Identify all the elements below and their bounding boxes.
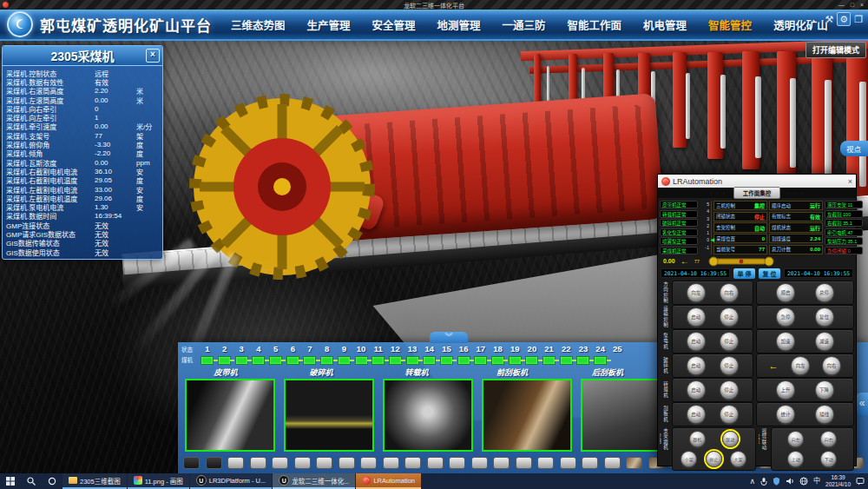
taskbar-task[interactable]: U龙软二三维一体化... xyxy=(273,473,355,489)
mini-thumbnail[interactable] xyxy=(206,457,222,469)
启动-button[interactable]: 启动 xyxy=(687,405,706,424)
mini-thumbnail[interactable] xyxy=(427,457,444,469)
taskbar-task[interactable]: 2305三维截图 xyxy=(62,473,127,489)
camera-feed[interactable] xyxy=(284,379,374,452)
mini-thumbnail[interactable] xyxy=(339,457,355,469)
小架-button[interactable]: 小架 xyxy=(681,451,697,467)
nav-item-机电管理[interactable]: 机电管理 xyxy=(643,17,687,33)
向右-button[interactable]: 向右 xyxy=(822,356,841,375)
描线-button[interactable]: 描线 xyxy=(815,405,834,424)
camera-feed[interactable] xyxy=(482,379,572,452)
总停-button[interactable]: 总停 xyxy=(815,283,834,302)
nav-item-安全管理[interactable]: 安全管理 xyxy=(372,17,416,33)
minimize-icon[interactable]: — xyxy=(838,2,845,8)
gear-icon[interactable]: ⚙ xyxy=(837,12,851,26)
close-icon[interactable]: × xyxy=(146,49,160,63)
mini-thumbnail[interactable] xyxy=(272,457,288,469)
顺启-button[interactable]: 顺启 xyxy=(776,283,795,302)
support-number: 6 xyxy=(284,344,301,354)
启动-button[interactable]: 启动 xyxy=(687,332,706,351)
mini-thumbnail[interactable] xyxy=(560,457,576,469)
nav-item-透明化矿山[interactable]: 透明化矿山 xyxy=(773,17,828,33)
mini-thumbnail[interactable] xyxy=(449,457,465,469)
向左-button[interactable]: 向左 xyxy=(687,283,706,302)
mini-thumbnail[interactable] xyxy=(582,457,598,469)
mini-thumbnail[interactable] xyxy=(604,457,621,469)
single-stop-button[interactable]: 单 停 xyxy=(733,268,755,279)
启动-button[interactable]: 启动 xyxy=(687,380,706,400)
联动-button[interactable]: 联动 xyxy=(722,431,739,447)
mini-thumbnail[interactable] xyxy=(294,457,311,469)
start-button[interactable] xyxy=(0,473,21,489)
停止-button[interactable]: 停止 xyxy=(720,380,739,400)
taskbar-task[interactable]: ULR3DPlatform - U... xyxy=(190,473,272,489)
reset-button[interactable]: 复 位 xyxy=(759,268,780,279)
大架-button[interactable]: 大架 xyxy=(730,451,746,467)
mini-thumbnail[interactable] xyxy=(516,457,532,469)
上动-button[interactable]: 上动 xyxy=(787,451,804,467)
停止-button[interactable]: 停止 xyxy=(720,356,739,375)
上升-button[interactable]: 上升 xyxy=(776,380,795,400)
向右-button[interactable]: 向右 xyxy=(820,431,837,447)
collapse-handle-icon[interactable]: « xyxy=(856,393,868,415)
tab-workface-control[interactable]: 工作面集控 xyxy=(733,187,781,199)
停止-button[interactable]: 停止 xyxy=(720,405,739,424)
table-row: 采煤机.左截割电机温度29.06度 xyxy=(6,194,162,202)
network-globe-icon[interactable] xyxy=(799,477,808,486)
下动-button[interactable]: 下动 xyxy=(820,451,837,467)
close-icon[interactable]: × xyxy=(860,2,864,8)
mini-thumbnail[interactable] xyxy=(404,457,421,469)
下降-button[interactable]: 下降 xyxy=(815,380,834,400)
chevron-down-icon[interactable]: ︾ xyxy=(430,332,468,343)
mini-thumbnail[interactable] xyxy=(227,457,244,469)
ime-indicator[interactable]: 中 xyxy=(813,478,820,485)
启动-button[interactable]: 启动 xyxy=(687,356,706,375)
mini-thumbnail[interactable] xyxy=(316,457,332,469)
mini-thumbnail[interactable] xyxy=(383,457,399,469)
nav-item-智能管控[interactable]: 智能管控 xyxy=(708,17,752,33)
mini-thumbnail[interactable] xyxy=(493,457,510,469)
clock[interactable]: 16:39 2021/4/10 xyxy=(825,474,851,488)
nav-item-地测管理[interactable]: 地测管理 xyxy=(437,17,481,33)
speaker-icon[interactable] xyxy=(786,477,794,486)
停止-button[interactable]: 停止 xyxy=(720,307,739,327)
defender-shield-icon[interactable] xyxy=(773,477,780,486)
mini-thumbnail[interactable] xyxy=(471,457,488,469)
向左-button[interactable]: 向左 xyxy=(787,431,804,447)
taskbar-task[interactable]: ◠LRAutomation xyxy=(356,473,421,489)
跟机-button[interactable]: 跟机 xyxy=(689,431,706,447)
wrench-icon[interactable]: ⚒ xyxy=(825,13,833,25)
camera-feed[interactable] xyxy=(185,379,275,452)
usb-icon[interactable] xyxy=(760,477,767,486)
nav-item-智能工作面[interactable]: 智能工作面 xyxy=(568,17,622,33)
向右-button[interactable]: 向右 xyxy=(720,283,739,302)
统计-button[interactable]: 统计 xyxy=(776,405,795,424)
向左-button[interactable]: 向左 xyxy=(791,356,810,375)
open-edit-mode-button[interactable]: 打开编辑模式 xyxy=(806,42,866,58)
camera-feed[interactable] xyxy=(383,379,473,452)
close-icon[interactable]: × xyxy=(848,177,852,186)
mini-thumbnail[interactable] xyxy=(626,457,642,469)
启动-button[interactable]: 启动 xyxy=(687,307,706,327)
减速-button[interactable]: 减速 xyxy=(815,332,834,351)
maximize-icon[interactable]: □ xyxy=(851,2,854,8)
nav-item-三维态势图[interactable]: 三维态势图 xyxy=(231,17,286,33)
mini-thumbnail[interactable] xyxy=(183,457,200,469)
taskbar-task[interactable]: 11.png - 画图 xyxy=(128,473,189,489)
mini-thumbnail[interactable] xyxy=(360,457,377,469)
加速-button[interactable]: 加速 xyxy=(776,332,795,351)
nav-item-生产管理[interactable]: 生产管理 xyxy=(307,17,351,33)
notification-center-icon[interactable] xyxy=(856,477,865,486)
复位-button[interactable]: 复位 xyxy=(815,307,834,327)
急停-button[interactable]: 急停 xyxy=(776,307,795,327)
cortana-icon[interactable] xyxy=(42,473,62,489)
nav-item-一通三防[interactable]: 一通三防 xyxy=(503,17,546,33)
停止-button[interactable]: 停止 xyxy=(706,451,722,467)
search-icon[interactable] xyxy=(21,473,42,489)
停止-button[interactable]: 停止 xyxy=(720,332,739,351)
tray-expand-icon[interactable]: ∧ xyxy=(749,478,755,486)
mini-thumbnail[interactable] xyxy=(250,457,266,469)
restore-icon[interactable]: ❐ xyxy=(854,13,863,25)
viewpoint-tab[interactable]: 视点 xyxy=(840,141,868,156)
mini-thumbnail[interactable] xyxy=(537,457,554,469)
